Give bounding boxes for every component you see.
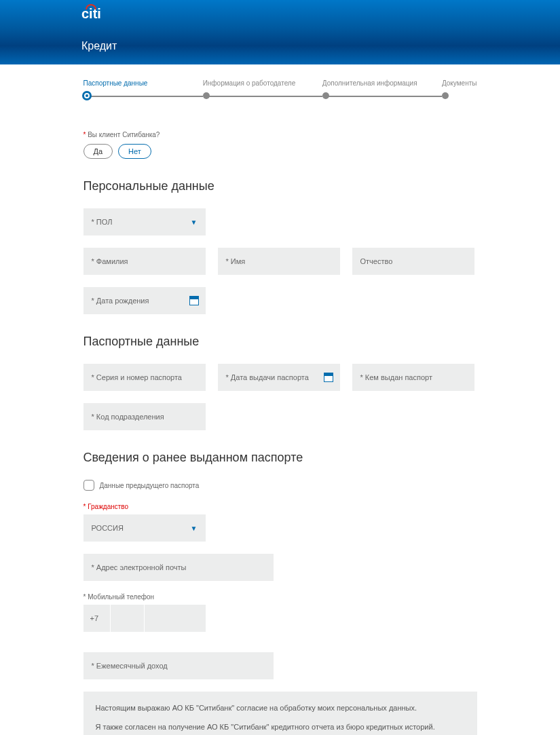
header-top: citi [0, 0, 560, 27]
surname-input[interactable]: Фамилия [83, 248, 206, 275]
passport-sn-placeholder: Серия и номер паспорта [92, 373, 182, 381]
email-placeholder: Адрес электронной почты [92, 563, 187, 571]
calendar-icon[interactable] [324, 373, 333, 382]
income-placeholder: Ежемесячный доход [92, 662, 168, 670]
gender-select[interactable]: ПОЛ ▼ [83, 208, 206, 235]
step-additional[interactable]: Дополнительная информация [322, 79, 442, 99]
dob-input[interactable]: Дата рождения [83, 287, 206, 314]
prev-passport-label: Данные предыдущего паспорта [100, 482, 200, 489]
patronymic-input[interactable]: Отчество [352, 248, 474, 275]
step-dot-icon [82, 91, 92, 100]
progress-stepper: Паспортные данные Информация о работодат… [83, 79, 477, 100]
step-dot-icon [203, 92, 210, 99]
citizenship-label: * Гражданство [83, 503, 477, 510]
step-employer[interactable]: Информация о работодателе [203, 79, 322, 99]
section-prev-passport-title: Сведения о ранее выданном паспорте [83, 451, 477, 465]
dept-code-input[interactable]: Код подразделения [83, 403, 206, 430]
header-subtitle: Кредит [0, 27, 560, 64]
consent-p1: Настоящим выражаю АО КБ "Ситибанк" согла… [96, 702, 465, 715]
name-input[interactable]: Имя [218, 248, 340, 275]
step-passport[interactable]: Паспортные данные [83, 79, 203, 100]
citizenship-select[interactable]: РОССИЯ ▼ [83, 514, 206, 542]
client-question-label: Вы клиент Ситибанка? [83, 131, 477, 138]
name-placeholder: Имя [226, 257, 246, 265]
passport-sn-input[interactable]: Серия и номер паспорта [83, 364, 206, 391]
income-input[interactable]: Ежемесячный доход [83, 652, 274, 679]
step-line [206, 96, 322, 97]
client-no-button[interactable]: Нет [118, 144, 151, 159]
step-label: Документы [442, 79, 477, 87]
step-line [326, 96, 442, 97]
consent-p2: Я также согласен на получение АО КБ "Сит… [96, 721, 465, 734]
logo-arc-icon [86, 4, 96, 10]
consent-text-box[interactable]: Настоящим выражаю АО КБ "Ситибанк" согла… [83, 692, 477, 735]
dob-placeholder: Дата рождения [92, 297, 149, 305]
surname-placeholder: Фамилия [92, 257, 128, 265]
passport-date-input[interactable]: Дата выдачи паспорта [218, 364, 340, 391]
step-label: Дополнительная информация [322, 79, 442, 87]
step-label: Информация о работодателе [203, 79, 322, 87]
chevron-down-icon: ▼ [191, 219, 198, 226]
phone-code-input[interactable] [111, 605, 145, 632]
calendar-icon[interactable] [189, 296, 199, 305]
page-title: Кредит [81, 40, 117, 52]
patronymic-placeholder: Отчество [360, 257, 393, 265]
step-dot-icon [442, 92, 449, 99]
phone-label: * Мобильный телефон [83, 593, 477, 601]
client-yes-button[interactable]: Да [83, 144, 113, 159]
passport-by-input[interactable]: Кем выдан паспорт [352, 364, 474, 391]
phone-prefix: +7 [83, 605, 111, 632]
email-input[interactable]: Адрес электронной почты [83, 554, 274, 581]
chevron-down-icon: ▼ [191, 525, 198, 532]
step-line [87, 96, 203, 97]
dept-code-placeholder: Код подразделения [92, 413, 164, 421]
section-personal-title: Персональные данные [83, 179, 477, 193]
step-label: Паспортные данные [83, 79, 203, 87]
step-dot-icon [322, 92, 329, 99]
phone-number-input[interactable] [145, 605, 206, 632]
citizenship-value: РОССИЯ [92, 524, 124, 532]
passport-by-placeholder: Кем выдан паспорт [360, 373, 432, 381]
gender-placeholder: ПОЛ [92, 218, 113, 226]
prev-passport-checkbox[interactable] [83, 480, 94, 491]
citi-logo: citi [81, 6, 101, 22]
step-documents[interactable]: Документы [442, 79, 477, 99]
section-passport-title: Паспортные данные [83, 335, 477, 349]
passport-date-placeholder: Дата выдачи паспорта [226, 373, 309, 381]
